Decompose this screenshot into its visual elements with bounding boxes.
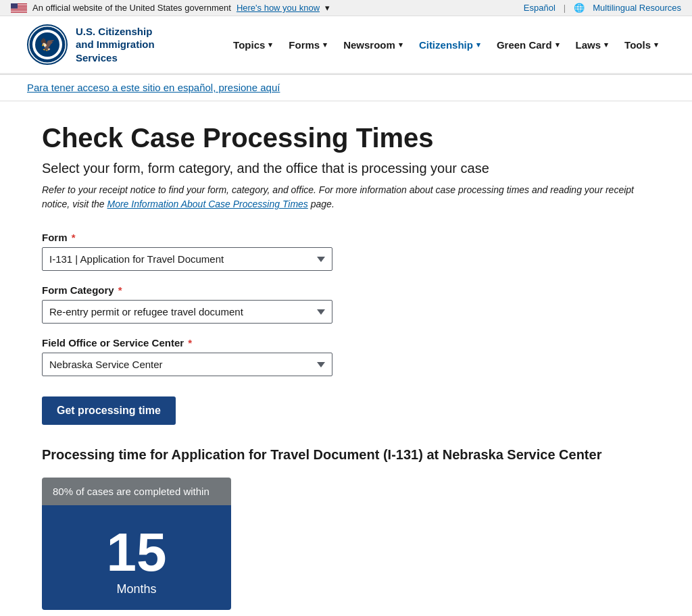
green-card-chevron: ▾ bbox=[555, 41, 560, 49]
nav-topics[interactable]: Topics ▾ bbox=[226, 34, 279, 56]
form-category-select[interactable]: Re-entry permit or refugee travel docume… bbox=[42, 300, 332, 324]
svg-rect-11 bbox=[11, 11, 27, 11]
gov-banner: An official website of the United States… bbox=[0, 0, 692, 16]
page-description: Refer to your receipt notice to find you… bbox=[42, 183, 650, 211]
citizenship-chevron: ▾ bbox=[476, 41, 480, 49]
gov-banner-right: Español | 🌐 Multilingual Resources bbox=[524, 3, 681, 13]
nav-tools[interactable]: Tools ▾ bbox=[618, 34, 665, 56]
multilingual-link[interactable]: Multilingual Resources bbox=[593, 3, 681, 13]
form-category-label: Form Category * bbox=[42, 284, 650, 296]
dropdown-chevron: ▾ bbox=[325, 3, 330, 13]
page-title: Check Case Processing Times bbox=[42, 122, 650, 154]
official-text: An official website of the United States… bbox=[32, 3, 231, 13]
logo-svg: 🦅 bbox=[29, 26, 66, 63]
svg-text:🦅: 🦅 bbox=[40, 37, 55, 52]
nav-citizenship[interactable]: Citizenship ▾ bbox=[412, 34, 487, 56]
form-category-group: Form Category * Re-entry permit or refug… bbox=[42, 284, 650, 324]
processing-time-number: 15 bbox=[55, 525, 218, 580]
results-section: Processing time for Application for Trav… bbox=[42, 445, 650, 616]
tools-chevron: ▾ bbox=[654, 41, 658, 49]
form-label: Form * bbox=[42, 232, 650, 243]
svg-rect-10 bbox=[11, 10, 27, 11]
form-select[interactable]: I-131 | Application for Travel Document bbox=[42, 247, 332, 271]
how-to-know-link[interactable]: Here's how you know bbox=[237, 3, 320, 13]
newsroom-chevron: ▾ bbox=[399, 41, 403, 49]
results-heading: Processing time for Application for Trav… bbox=[42, 445, 650, 464]
processing-time-unit: Months bbox=[55, 582, 218, 596]
nav-laws[interactable]: Laws ▾ bbox=[569, 34, 616, 56]
gov-banner-left: An official website of the United States… bbox=[11, 3, 330, 13]
logo-area: 🦅 U.S. Citizenshipand ImmigrationService… bbox=[27, 24, 155, 65]
form-required-star: * bbox=[72, 232, 76, 243]
field-office-label: Field Office or Service Center * bbox=[42, 337, 650, 349]
processing-card: 80% of cases are completed within 15 Mon… bbox=[42, 478, 231, 610]
topics-chevron: ▾ bbox=[268, 41, 272, 49]
site-header: 🦅 U.S. Citizenshipand ImmigrationService… bbox=[0, 16, 692, 74]
category-required-star: * bbox=[118, 284, 122, 296]
card-header: 80% of cases are completed within bbox=[42, 478, 231, 505]
forms-chevron: ▾ bbox=[323, 41, 327, 49]
main-content: Check Case Processing Times Select your … bbox=[15, 101, 677, 616]
laws-chevron: ▾ bbox=[604, 41, 608, 49]
espanol-link[interactable]: Español bbox=[524, 3, 555, 13]
field-office-select[interactable]: Nebraska Service Center bbox=[42, 353, 332, 376]
site-name: U.S. Citizenshipand ImmigrationServices bbox=[76, 25, 155, 65]
office-required-star: * bbox=[188, 337, 192, 349]
spanish-banner: Para tener acceso a este sitio en españo… bbox=[0, 75, 692, 101]
nav-newsroom[interactable]: Newsroom ▾ bbox=[337, 34, 410, 56]
svg-rect-7 bbox=[11, 8, 27, 9]
svg-rect-8 bbox=[11, 9, 27, 9]
more-info-link[interactable]: More Information About Case Processing T… bbox=[107, 199, 308, 209]
spanish-link[interactable]: Para tener acceso a este sitio en españo… bbox=[27, 82, 280, 93]
us-flag-icon bbox=[11, 3, 27, 13]
svg-rect-12 bbox=[11, 3, 18, 9]
get-processing-time-button[interactable]: Get processing time bbox=[42, 396, 176, 425]
nav-forms[interactable]: Forms ▾ bbox=[282, 34, 334, 56]
page-subtitle: Select your form, form category, and the… bbox=[42, 161, 650, 176]
nav-green-card[interactable]: Green Card ▾ bbox=[490, 34, 566, 56]
globe-icon: 🌐 bbox=[574, 3, 585, 13]
separator: | bbox=[564, 3, 566, 13]
svg-rect-9 bbox=[11, 9, 27, 10]
card-body: 15 Months bbox=[42, 505, 231, 610]
form-group: Form * I-131 | Application for Travel Do… bbox=[42, 232, 650, 271]
main-nav: Topics ▾ Forms ▾ Newsroom ▾ Citizenship … bbox=[226, 34, 665, 56]
uscis-logo: 🦅 bbox=[27, 24, 68, 65]
field-office-group: Field Office or Service Center * Nebrask… bbox=[42, 337, 650, 376]
